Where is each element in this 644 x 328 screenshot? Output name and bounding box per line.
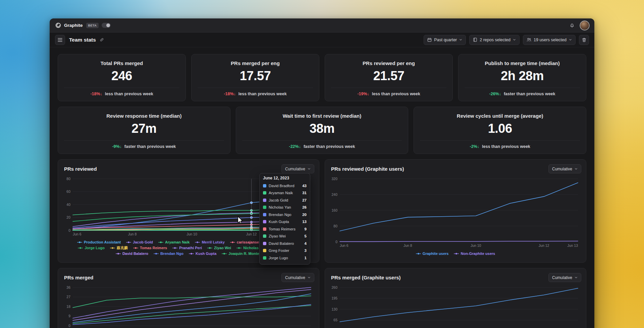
svg-text:240: 240 — [331, 193, 337, 197]
legend-item[interactable]: Ziyao Wei — [207, 245, 231, 251]
legend-marker-icon — [222, 252, 227, 255]
legend-item[interactable]: David Balatero — [116, 251, 148, 256]
svg-text:60: 60 — [66, 189, 70, 194]
legend-item[interactable]: Brendan Ngo — [154, 251, 183, 256]
stat-cards-row-2: Review response time (median)27m-9%↓fast… — [58, 107, 586, 154]
stat-card-title: Publish to merge time (median) — [464, 60, 581, 66]
copy-link-icon[interactable] — [99, 37, 104, 42]
change-percent: -2%↓ — [470, 144, 479, 149]
app-name: Graphite — [64, 23, 83, 28]
mouse-cursor — [237, 216, 243, 224]
chart-legend: Graphite usersNon-Graphite users — [330, 251, 581, 256]
chart-mode-dropdown[interactable]: Cumulative — [548, 164, 581, 173]
tooltip-series-name: Tomas Reimers — [269, 227, 302, 231]
series-color-swatch — [263, 220, 266, 223]
tooltip-row: Jacob Gold27 — [263, 197, 307, 204]
legend-marker-icon — [77, 241, 82, 244]
stat-card-change: -26%↓faster than previous week — [464, 92, 581, 96]
stat-card-value: 38m — [241, 121, 403, 136]
legend-marker-icon — [236, 247, 241, 250]
legend-item[interactable]: Jorge Lugo — [78, 245, 105, 251]
legend-item[interactable]: Production Assistant — [77, 240, 121, 245]
legend-label: Joaquin R. Montes — [228, 251, 261, 256]
tooltip-series-name: Jacob Gold — [269, 198, 300, 202]
legend-label: Production Assistant — [84, 240, 121, 245]
tooltip-series-name: Brendan Ngo — [269, 213, 300, 217]
legend-item[interactable]: Aryaman Naik — [158, 240, 190, 245]
page-header: Team stats Past quarter — [50, 33, 594, 47]
tooltip-series-name: David Bradford — [269, 184, 300, 188]
svg-text:Jun 10: Jun 10 — [186, 232, 197, 236]
svg-text:320: 320 — [331, 177, 337, 181]
chart-tooltip: June 12, 2023 David Bradford43Aryaman Na… — [259, 173, 310, 265]
legend-item[interactable]: Merril Lutsky — [195, 240, 224, 245]
tooltip-series-name: Nicholas Yan — [269, 205, 300, 209]
legend-item[interactable]: Pranathi Peri — [172, 245, 202, 251]
chart-panel-prs-reviewed-graphite: PRs reviewed (Graphite users) Cumulative… — [325, 159, 586, 263]
chart-mode-dropdown[interactable]: Cumulative — [548, 273, 581, 282]
toggle-knob — [106, 23, 110, 27]
chart-mode-dropdown[interactable]: Cumulative — [281, 164, 314, 173]
legend-marker-icon — [189, 252, 194, 255]
notifications-bell-icon[interactable] — [569, 22, 575, 28]
card-divider — [331, 88, 446, 88]
legend-item[interactable]: Joaquin R. Montes — [222, 251, 261, 256]
change-description: less than previous week — [238, 92, 287, 96]
tooltip-series-value: 13 — [302, 220, 307, 224]
hamburger-icon — [58, 38, 62, 42]
stat-card-title: Review cycles until merge (average) — [419, 113, 581, 119]
legend-item[interactable]: Jacob Gold — [126, 240, 153, 245]
tooltip-series-value: 3 — [305, 249, 307, 253]
legend-item[interactable]: Tomas Reimers — [133, 245, 167, 251]
legend-item[interactable]: Graphite users — [416, 251, 449, 256]
users-filter[interactable]: 19 users selected — [523, 35, 576, 45]
date-range-filter[interactable]: Past quarter — [424, 35, 466, 45]
user-avatar[interactable] — [580, 21, 589, 30]
users-label: 19 users selected — [534, 38, 567, 42]
chevron-down-icon — [569, 38, 572, 41]
line-chart[interactable]: 080160240320Jun 6Jun 8Jun 10Jun 12Jun 13 — [330, 177, 581, 249]
chevron-down-icon — [575, 167, 578, 170]
tooltip-row: Tomas Reimers9 — [263, 225, 307, 233]
legend-label: Aryaman Naik — [165, 240, 190, 245]
stat-card-change: -2%↓less than previous week — [419, 144, 581, 149]
line-chart[interactable]: 065130195260Jun 6Jun 8Jun 10Jun 12Jun 13 — [330, 285, 581, 328]
tooltip-series-name: David Balatero — [269, 241, 302, 245]
series-color-swatch — [263, 206, 266, 209]
series-color-swatch — [263, 249, 266, 252]
beta-toggle[interactable] — [102, 23, 111, 28]
stat-card: PRs merged per eng17.57-18%↓less than pr… — [191, 54, 319, 101]
delete-dashboard-button[interactable] — [579, 35, 589, 45]
graphite-app-window: Graphite BETA Team stats — [50, 18, 594, 328]
stat-card-change: -18%↓less than previous week — [63, 92, 180, 96]
tooltip-series-value: 43 — [302, 184, 307, 188]
legend-marker-icon — [116, 252, 121, 255]
legend-item[interactable]: 蔡兆麟 — [110, 245, 128, 251]
tooltip-series-name: Ziyao Wei — [269, 234, 302, 238]
legend-item[interactable]: Kush Gupta — [189, 251, 216, 256]
chart-title: PRs merged (Graphite users) — [330, 275, 401, 280]
line-chart[interactable]: 09182736Jun 6Jun 8Jun 10Jun 12Jun 13 — [63, 285, 314, 328]
series-color-swatch — [263, 234, 266, 238]
chart-mode-dropdown[interactable]: Cumulative — [281, 273, 314, 282]
tooltip-series-value: 9 — [305, 227, 307, 231]
legend-item[interactable]: carissajansen — [230, 240, 261, 245]
legend-label: Pranathi Peri — [179, 245, 202, 251]
repos-filter[interactable]: 2 repos selected — [469, 35, 520, 45]
change-description: less than previous week — [372, 92, 420, 96]
legend-item[interactable]: Non-Graphite users — [454, 251, 495, 256]
legend-marker-icon — [172, 247, 177, 250]
tooltip-series-name: Kush Gupta — [269, 220, 300, 224]
svg-text:Jun 10: Jun 10 — [471, 243, 481, 248]
card-divider — [420, 140, 580, 141]
stat-card: Wait time to first review (median)38m-22… — [236, 107, 409, 154]
tooltip-series-value: 1 — [305, 256, 307, 260]
svg-text:Jun 8: Jun 8 — [128, 232, 137, 236]
stat-cards-row-1: Total PRs merged246-18%↓less than previo… — [58, 54, 586, 101]
calendar-icon — [427, 38, 432, 42]
legend-marker-icon — [230, 241, 235, 244]
svg-text:9: 9 — [68, 314, 70, 318]
legend-marker-icon — [78, 247, 83, 250]
tooltip-series-name: Aryaman Naik — [269, 191, 300, 195]
sidebar-menu-button[interactable] — [55, 35, 65, 45]
